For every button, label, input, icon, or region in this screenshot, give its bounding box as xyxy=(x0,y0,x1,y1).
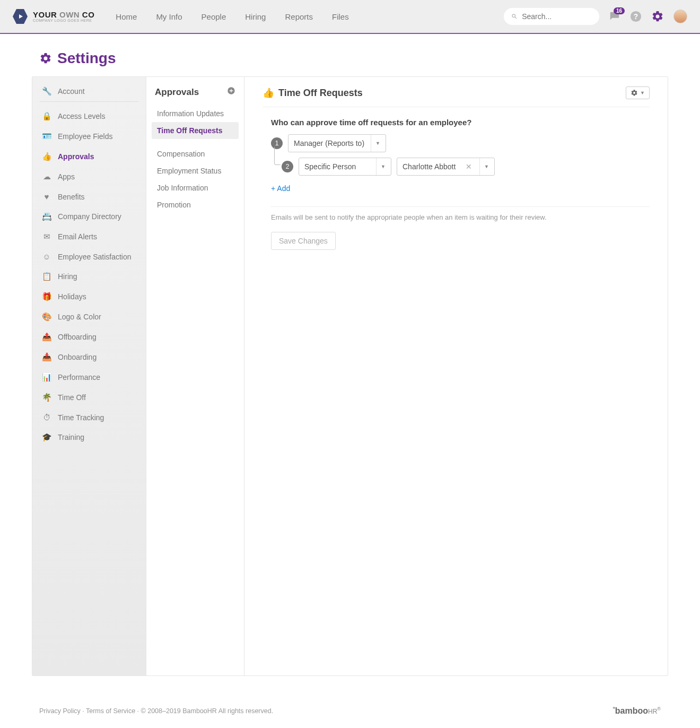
cloud-icon: ☁ xyxy=(42,172,51,181)
sidebar-item-training[interactable]: 🎓Training xyxy=(32,427,146,447)
search-box[interactable] xyxy=(504,8,599,25)
user-avatar[interactable] xyxy=(673,10,687,23)
nav-reports[interactable]: Reports xyxy=(285,12,313,21)
book-icon: 📇 xyxy=(42,212,51,221)
subnav-title: Approvals xyxy=(155,87,199,98)
gear-icon xyxy=(39,52,52,65)
gift-icon: 🎁 xyxy=(42,292,51,301)
sidebar-item-holidays[interactable]: 🎁Holidays xyxy=(32,287,146,307)
settings-sidebar: 🔧Account 🔒Access Levels 🪪Employee Fields… xyxy=(32,77,146,675)
page-title: Settings xyxy=(39,50,668,67)
caret-down-icon: ▼ xyxy=(375,141,380,146)
inbox-button[interactable]: 16 xyxy=(609,11,620,22)
privacy-link[interactable]: Privacy Policy xyxy=(39,707,81,715)
help-icon: ? xyxy=(630,11,642,22)
sidebar-item-logo[interactable]: 🎨Logo & Color xyxy=(32,307,146,327)
sidebar-item-offboarding[interactable]: 📤Offboarding xyxy=(32,327,146,347)
subnav-info-updates[interactable]: Information Updates xyxy=(152,105,239,122)
sidebar-item-access[interactable]: 🔒Access Levels xyxy=(32,106,146,126)
main-title: 👍 Time Off Requests xyxy=(262,87,363,99)
gear-icon xyxy=(651,10,664,23)
top-bar: YOUR OWN CO COMPANY LOGO GOES HERE Home … xyxy=(0,0,700,34)
subnav-promotion[interactable]: Promotion xyxy=(152,196,239,213)
palm-icon: 🌴 xyxy=(42,393,51,402)
palette-icon: 🎨 xyxy=(42,312,51,322)
sidebar-item-apps[interactable]: ☁Apps xyxy=(32,167,146,187)
grad-icon: 🎓 xyxy=(42,432,51,442)
sidebar-item-directory[interactable]: 📇Company Directory xyxy=(32,206,146,227)
panel-settings-button[interactable]: ▼ xyxy=(626,86,650,99)
logo-text-line1: YOUR OWN CO xyxy=(33,11,94,19)
thumbs-up-icon: 👍 xyxy=(42,152,51,161)
nav-myinfo[interactable]: My Info xyxy=(156,12,182,21)
lock-icon: 🔒 xyxy=(42,111,51,121)
sidebar-item-satisfaction[interactable]: ☺Employee Satisfaction xyxy=(32,247,146,266)
sidebar-item-tracking[interactable]: ⏱Time Tracking xyxy=(32,408,146,427)
terms-link[interactable]: Terms of Service xyxy=(86,707,135,715)
subnav-compensation[interactable]: Compensation xyxy=(152,145,239,162)
level-2-badge: 2 xyxy=(282,161,293,172)
stopwatch-icon: ⏱ xyxy=(42,413,51,422)
connector-line xyxy=(274,147,281,165)
exit-icon: 📤 xyxy=(42,332,51,342)
caret-down-icon: ▼ xyxy=(640,90,645,96)
nav-people[interactable]: People xyxy=(202,12,226,21)
nav-files[interactable]: Files xyxy=(332,12,349,21)
help-button[interactable]: ? xyxy=(630,11,642,22)
approver-2-type-select[interactable]: Specific Person ▼ xyxy=(299,158,391,176)
nav-home[interactable]: Home xyxy=(116,12,137,21)
sidebar-item-onboarding[interactable]: 📥Onboarding xyxy=(32,347,146,367)
email-note: Emails will be sent to notify the approp… xyxy=(271,213,650,221)
copyright-text: © 2008–2019 BambooHR All rights reserved… xyxy=(141,707,274,715)
heart-icon: ♥ xyxy=(42,192,51,201)
clipboard-icon: 📋 xyxy=(42,272,51,281)
wrench-icon: 🔧 xyxy=(42,86,51,96)
company-logo[interactable]: YOUR OWN CO COMPANY LOGO GOES HERE xyxy=(13,9,94,24)
save-button[interactable]: Save Changes xyxy=(271,232,336,250)
bamboohr-logo[interactable]: ❝bambooHR® xyxy=(612,706,661,716)
caret-down-icon: ▼ xyxy=(381,164,386,169)
add-approver-link[interactable]: + Add xyxy=(271,184,290,193)
approver-1-select[interactable]: Manager (Reports to) ▼ xyxy=(288,134,386,152)
sidebar-item-email[interactable]: ✉Email Alerts xyxy=(32,227,146,247)
logo-text-line2: COMPANY LOGO GOES HERE xyxy=(33,19,94,22)
sidebar-item-timeoff[interactable]: 🌴Time Off xyxy=(32,387,146,408)
logo-hex-icon xyxy=(13,9,28,24)
search-icon xyxy=(511,13,518,20)
svg-text:?: ? xyxy=(634,13,638,21)
sidebar-item-performance[interactable]: 📊Performance xyxy=(32,367,146,387)
thumbs-up-icon: 👍 xyxy=(262,87,274,99)
subnav-time-off[interactable]: Time Off Requests xyxy=(152,122,239,139)
sidebar-item-account[interactable]: 🔧Account xyxy=(40,81,138,102)
mail-icon: ✉ xyxy=(42,232,51,241)
approval-question: Who can approve time off requests for an… xyxy=(271,118,650,127)
enter-icon: 📥 xyxy=(42,352,51,362)
primary-nav: Home My Info People Hiring Reports Files xyxy=(116,12,348,21)
search-input[interactable] xyxy=(522,12,592,21)
caret-down-icon: ▼ xyxy=(484,164,489,169)
gauge-icon: 📊 xyxy=(42,372,51,382)
main-panel: 👍 Time Off Requests ▼ Who can approve ti… xyxy=(244,77,668,675)
approvals-subnav: Approvals Information Updates Time Off R… xyxy=(146,77,244,675)
smile-icon: ☺ xyxy=(42,252,51,261)
clear-person-button[interactable]: ✕ xyxy=(462,162,475,171)
add-approval-button[interactable] xyxy=(227,86,235,98)
id-icon: 🪪 xyxy=(42,132,51,141)
subnav-employment-status[interactable]: Employment Status xyxy=(152,162,239,179)
subnav-job-info[interactable]: Job Information xyxy=(152,179,239,196)
plus-circle-icon xyxy=(227,86,235,95)
sidebar-item-approvals[interactable]: 👍Approvals xyxy=(32,146,146,167)
gear-icon xyxy=(631,89,638,97)
divider xyxy=(271,206,650,207)
sidebar-item-fields[interactable]: 🪪Employee Fields xyxy=(32,126,146,146)
nav-hiring[interactable]: Hiring xyxy=(245,12,266,21)
footer: Privacy Policy · Terms of Service · © 20… xyxy=(32,697,668,728)
approver-2-person-select[interactable]: Charlotte Abbott ✕ ▼ xyxy=(397,158,495,176)
sidebar-item-benefits[interactable]: ♥Benefits xyxy=(32,187,146,206)
notification-badge: 16 xyxy=(614,7,625,14)
settings-button[interactable] xyxy=(651,10,664,23)
sidebar-item-hiring[interactable]: 📋Hiring xyxy=(32,266,146,287)
